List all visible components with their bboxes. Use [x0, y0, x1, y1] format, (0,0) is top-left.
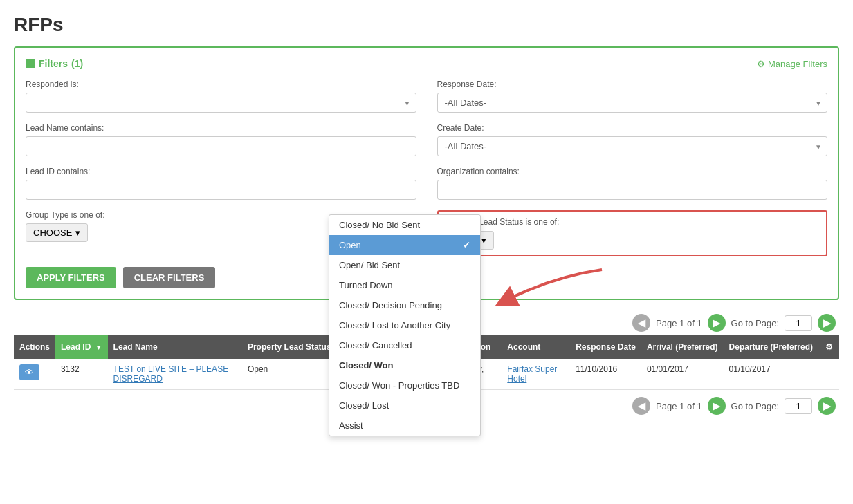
- organization-group: Organization contains:: [437, 167, 828, 200]
- cell-lead-name: TEST on LIVE SITE – PLEASE DISREGARD: [108, 359, 242, 390]
- dropdown-item-label: Open/ Bid Sent: [339, 260, 400, 270]
- next-page-button-bottom[interactable]: ▶: [708, 397, 726, 415]
- organization-label: Organization contains:: [437, 167, 828, 176]
- group-type-button[interactable]: CHOOSE ▾: [26, 223, 88, 242]
- col-lead-id: Lead ID ▼: [55, 335, 108, 359]
- create-date-select-wrapper: -All Dates-: [437, 136, 828, 156]
- dropdown-item-label: Closed/ Decision Pending: [339, 300, 442, 310]
- lead-name-input[interactable]: [26, 136, 416, 156]
- response-date-select[interactable]: -All Dates-: [437, 93, 828, 113]
- lead-id-group: Lead ID contains:: [26, 167, 416, 200]
- page-title: RFPs: [14, 14, 839, 36]
- filters-title: Filters (1): [26, 58, 83, 69]
- manage-filters-link[interactable]: ⚙ Manage Filters: [757, 59, 827, 69]
- manage-filters-label: Manage Filters: [768, 59, 827, 69]
- page-text-top: Page 1 of 1: [656, 318, 702, 328]
- cell-response-date: 11/10/2016: [570, 359, 641, 390]
- dropdown-item-label: Closed/ Won - Properties TBD: [339, 380, 459, 391]
- dropdown-item-open[interactable]: Open ✓: [329, 235, 480, 255]
- responded-is-select[interactable]: [26, 93, 416, 113]
- goto-go-button-bottom[interactable]: ▶: [818, 397, 836, 415]
- gear-icon: ⚙: [757, 59, 765, 69]
- cell-account: Fairfax Super Hotel: [502, 359, 570, 390]
- property-lead-status-box: Property Lead Status is one of: OPEN ▾: [437, 210, 828, 256]
- lead-name-group: Lead Name contains:: [26, 123, 416, 156]
- goto-input-bottom[interactable]: [785, 398, 812, 414]
- clear-filters-button[interactable]: CLEAR FILTERS: [123, 267, 216, 288]
- prev-page-button-top[interactable]: ◀: [632, 314, 650, 332]
- dropdown-item-label: Closed/ Lost to Another City: [339, 320, 450, 330]
- page-text-bottom: Page 1 of 1: [656, 401, 702, 411]
- next-page-button-top[interactable]: ▶: [708, 314, 726, 332]
- filters-header: Filters (1) ⚙ Manage Filters: [26, 58, 827, 69]
- lead-id-label: Lead ID contains:: [26, 167, 416, 176]
- group-type-button-label: CHOOSE: [33, 227, 72, 238]
- account-link[interactable]: Fairfax Super Hotel: [507, 364, 557, 384]
- sort-icon-lead-id: ▼: [95, 344, 102, 351]
- response-date-select-wrapper: -All Dates-: [437, 93, 828, 113]
- property-lead-status-chevron-icon: ▾: [481, 235, 486, 245]
- property-lead-status-dropdown: Closed/ No Bid Sent Open ✓ Open/ Bid Sen…: [329, 214, 481, 436]
- col-gear[interactable]: ⚙: [818, 335, 839, 359]
- create-date-label: Create Date:: [437, 123, 828, 133]
- dropdown-item-closed-won[interactable]: Closed/ Won: [329, 355, 480, 375]
- dropdown-item-label: Closed/ Lost: [339, 400, 389, 411]
- response-date-label: Response Date:: [437, 80, 828, 89]
- filters-count: (1): [71, 58, 83, 69]
- responded-is-group: Responded is:: [26, 80, 416, 113]
- filters-label: Filters: [39, 58, 68, 69]
- cell-arrival: 01/01/2017: [641, 359, 724, 390]
- cell-gear: [818, 359, 839, 390]
- col-departure: Departure (Preferred): [724, 335, 818, 359]
- filter-row-3: Lead ID contains: Organization contains:: [26, 167, 827, 200]
- response-date-group: Response Date: -All Dates-: [437, 80, 828, 113]
- dropdown-item-lost-another-city[interactable]: Closed/ Lost to Another City: [329, 315, 480, 335]
- cell-lead-id: 3132: [55, 359, 108, 390]
- dropdown-item-closed-won-tbd[interactable]: Closed/ Won - Properties TBD: [329, 375, 480, 395]
- goto-go-button-top[interactable]: ▶: [818, 314, 836, 332]
- dropdown-item-label: Closed/ Cancelled: [339, 340, 412, 351]
- responded-is-label: Responded is:: [26, 80, 416, 89]
- group-type-chevron-icon: ▾: [75, 227, 80, 238]
- dropdown-item-closed-lost[interactable]: Closed/ Lost: [329, 395, 480, 416]
- filter-square-icon: [26, 59, 35, 68]
- dropdown-item-label: Turned Down: [339, 280, 393, 290]
- col-lead-name: Lead Name: [108, 335, 242, 359]
- checkmark-icon: ✓: [463, 240, 470, 250]
- dropdown-item-assist[interactable]: Assist: [329, 416, 480, 436]
- dropdown-item-label: Open: [339, 240, 361, 250]
- dropdown-item-open-bid-sent[interactable]: Open/ Bid Sent: [329, 255, 480, 275]
- view-button[interactable]: 👁: [19, 364, 39, 380]
- col-arrival: Arrival (Preferred): [641, 335, 724, 359]
- filter-row-2: Lead Name contains: Create Date: -All Da…: [26, 123, 827, 156]
- cell-departure: 01/10/2017: [724, 359, 818, 390]
- cell-actions: 👁: [14, 359, 55, 390]
- organization-input[interactable]: [437, 180, 828, 200]
- dropdown-item-label: Closed/ No Bid Sent: [339, 220, 420, 230]
- goto-label-top: Go to Page:: [731, 318, 779, 328]
- apply-filters-button[interactable]: APPLY FILTERS: [26, 267, 116, 288]
- lead-name-label: Lead Name contains:: [26, 123, 416, 133]
- dropdown-item-cancelled[interactable]: Closed/ Cancelled: [329, 335, 480, 355]
- lead-id-input[interactable]: [26, 180, 416, 200]
- dropdown-item-no-bid-sent[interactable]: Closed/ No Bid Sent: [329, 215, 480, 235]
- col-response-date: Response Date: [570, 335, 641, 359]
- property-lead-status-group: Property Lead Status is one of: OPEN ▾: [437, 210, 828, 256]
- create-date-select[interactable]: -All Dates-: [437, 136, 828, 156]
- col-actions: Actions: [14, 335, 55, 359]
- goto-label-bottom: Go to Page:: [731, 401, 779, 411]
- col-property-lead-status: Property Lead Status: [242, 335, 337, 359]
- cell-property-lead-status: Open: [242, 359, 337, 390]
- dropdown-item-turned-down[interactable]: Turned Down: [329, 275, 480, 295]
- lead-name-link[interactable]: TEST on LIVE SITE – PLEASE DISREGARD: [113, 364, 229, 384]
- dropdown-item-decision-pending[interactable]: Closed/ Decision Pending: [329, 295, 480, 315]
- dropdown-item-label: Closed/ Won: [339, 360, 393, 371]
- filter-row-1: Responded is: Response Date: -All Dates-: [26, 80, 827, 113]
- property-lead-status-label: Property Lead Status is one of:: [446, 217, 820, 227]
- col-account: Account: [502, 335, 570, 359]
- prev-page-button-bottom[interactable]: ◀: [632, 397, 650, 415]
- create-date-group: Create Date: -All Dates-: [437, 123, 828, 156]
- responded-is-select-wrapper: [26, 93, 416, 113]
- goto-input-top[interactable]: [785, 315, 812, 331]
- dropdown-item-label: Assist: [339, 420, 363, 431]
